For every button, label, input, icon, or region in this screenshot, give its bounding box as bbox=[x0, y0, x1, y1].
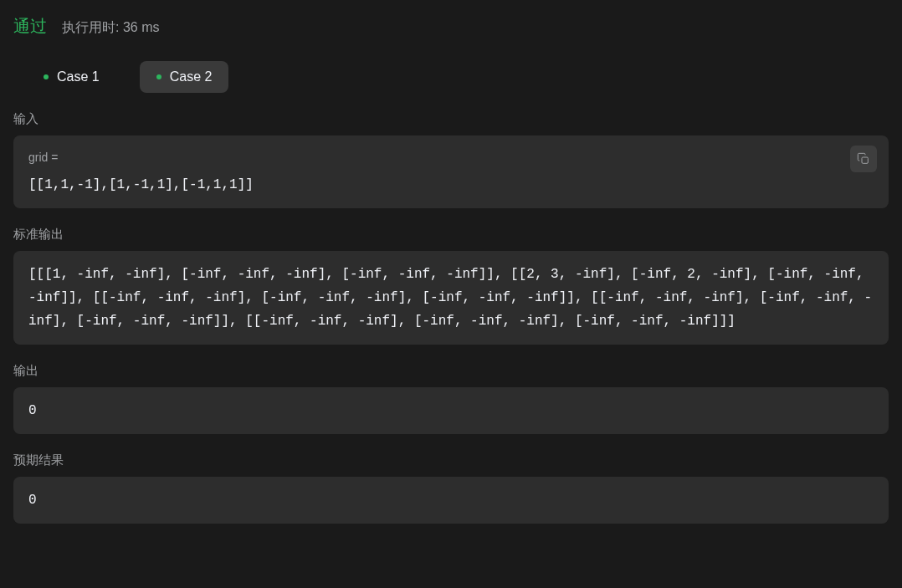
expected-label: 预期结果 bbox=[13, 453, 889, 468]
output-code-box: 0 bbox=[13, 387, 889, 434]
status-dot-icon bbox=[44, 74, 49, 79]
stdout-value: [[[1, -inf, -inf], [-inf, -inf, -inf], [… bbox=[28, 263, 874, 333]
stdout-section: 标准输出 [[[1, -inf, -inf], [-inf, -inf, -in… bbox=[13, 227, 889, 345]
copy-icon bbox=[857, 152, 870, 166]
output-label: 输出 bbox=[13, 363, 889, 379]
copy-button[interactable] bbox=[850, 146, 877, 172]
tab-label: Case 2 bbox=[170, 69, 213, 84]
input-value: [[1,1,-1],[1,-1,1],[-1,1,1]] bbox=[28, 173, 874, 197]
output-value: 0 bbox=[28, 399, 874, 422]
expected-section: 预期结果 0 bbox=[13, 453, 889, 524]
expected-code-box: 0 bbox=[13, 477, 889, 524]
output-section: 输出 0 bbox=[13, 363, 889, 434]
stdout-code-box: [[[1, -inf, -inf], [-inf, -inf, -inf], [… bbox=[13, 251, 889, 345]
status-dot-icon bbox=[156, 74, 161, 79]
svg-rect-0 bbox=[862, 157, 868, 163]
input-section: 输入 grid = [[1,1,-1],[1,-1,1],[-1,1,1]] bbox=[13, 111, 889, 208]
tab-case-1[interactable]: Case 1 bbox=[27, 61, 116, 93]
testcase-tabs: Case 1 Case 2 bbox=[13, 61, 889, 93]
input-label: 输入 bbox=[13, 111, 889, 127]
tab-case-2[interactable]: Case 2 bbox=[140, 61, 229, 93]
stdout-label: 标准输出 bbox=[13, 227, 889, 243]
param-name: grid = bbox=[28, 147, 874, 168]
runtime-text: 执行用时: 36 ms bbox=[62, 19, 159, 37]
tab-label: Case 1 bbox=[57, 69, 100, 84]
result-header: 通过 执行用时: 36 ms bbox=[13, 15, 889, 38]
input-code-box: grid = [[1,1,-1],[1,-1,1],[-1,1,1]] bbox=[13, 135, 889, 208]
expected-value: 0 bbox=[28, 488, 874, 512]
status-text: 通过 bbox=[13, 15, 47, 38]
